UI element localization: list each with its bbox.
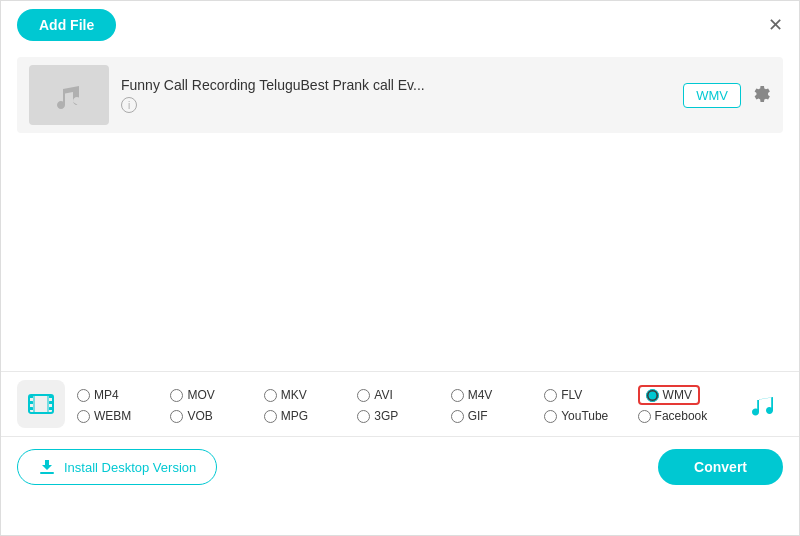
format-option-mp4[interactable]: MP4	[77, 385, 170, 405]
format-option-vob[interactable]: VOB	[170, 409, 263, 423]
convert-button[interactable]: Convert	[658, 449, 783, 485]
info-icon[interactable]: i	[121, 97, 137, 113]
format-option-wmv[interactable]: WMV	[638, 385, 731, 405]
settings-icon[interactable]	[751, 83, 771, 108]
svg-rect-9	[40, 472, 54, 474]
top-bar: Add File ✕	[1, 1, 799, 49]
close-button[interactable]: ✕	[768, 16, 783, 34]
file-thumbnail	[29, 65, 109, 125]
file-info: Funny Call Recording TeluguBest Prank ca…	[121, 77, 671, 113]
svg-rect-1	[29, 395, 33, 398]
wmv-selected-box: WMV	[638, 385, 700, 405]
format-option-webm[interactable]: WEBM	[77, 409, 170, 423]
audio-tab-icon[interactable]	[743, 384, 783, 424]
install-label: Install Desktop Version	[64, 460, 196, 475]
svg-rect-3	[29, 401, 33, 404]
format-option-facebook[interactable]: Facebook	[638, 409, 731, 423]
file-list: Funny Call Recording TeluguBest Prank ca…	[1, 49, 799, 141]
svg-rect-4	[49, 401, 53, 404]
format-option-youtube[interactable]: YouTube	[544, 409, 637, 423]
format-option-gif[interactable]: GIF	[451, 409, 544, 423]
format-option-avi[interactable]: AVI	[357, 385, 450, 405]
file-actions: WMV	[683, 83, 771, 108]
format-option-mkv[interactable]: MKV	[264, 385, 357, 405]
file-item: Funny Call Recording TeluguBest Prank ca…	[17, 57, 783, 133]
film-icon	[27, 390, 55, 418]
file-name: Funny Call Recording TeluguBest Prank ca…	[121, 77, 671, 93]
music-icon	[51, 77, 87, 113]
svg-rect-6	[49, 407, 53, 410]
action-bar: Install Desktop Version Convert	[1, 437, 799, 497]
format-badge-button[interactable]: WMV	[683, 83, 741, 108]
format-option-flv[interactable]: FLV	[544, 385, 637, 405]
format-option-3gp[interactable]: 3GP	[357, 409, 450, 423]
download-icon	[38, 458, 56, 476]
format-panel: MP4 MOV MKV AVI M4V FLV WMV WEBM VOB	[1, 371, 799, 437]
svg-rect-2	[49, 395, 53, 398]
svg-rect-5	[29, 407, 33, 410]
format-option-mov[interactable]: MOV	[170, 385, 263, 405]
format-options-grid: MP4 MOV MKV AVI M4V FLV WMV WEBM VOB	[77, 385, 731, 423]
add-file-button[interactable]: Add File	[17, 9, 116, 41]
content-area	[1, 141, 799, 371]
video-panel-icon[interactable]	[17, 380, 65, 428]
install-desktop-button[interactable]: Install Desktop Version	[17, 449, 217, 485]
format-option-m4v[interactable]: M4V	[451, 385, 544, 405]
format-option-mpg[interactable]: MPG	[264, 409, 357, 423]
